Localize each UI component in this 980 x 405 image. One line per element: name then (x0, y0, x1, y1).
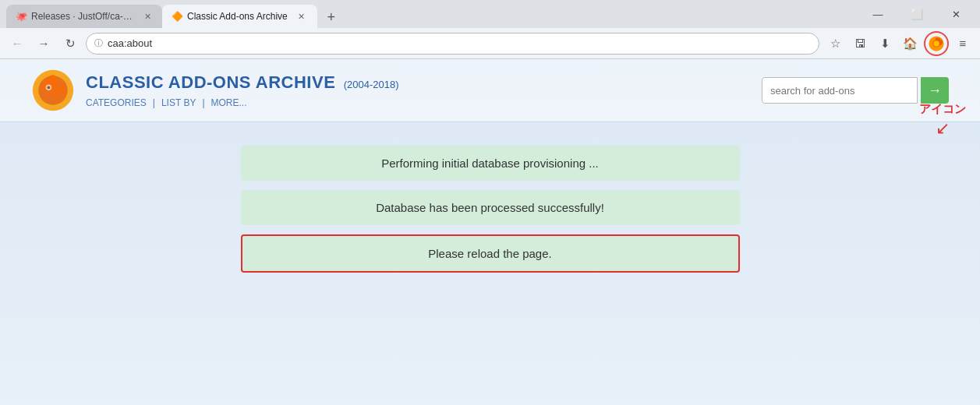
back-button[interactable]: ← (6, 33, 28, 55)
caa-tab-label: Classic Add-ons Archive (187, 11, 288, 22)
site-logo-area: CLASSIC ADD-ONS ARCHIVE (2004-2018) CATE… (31, 69, 399, 112)
save-page-icon[interactable]: 🖫 (849, 33, 871, 55)
status-message-2: Database has been processed successfully… (241, 190, 740, 225)
svg-point-2 (934, 40, 939, 46)
menu-button[interactable]: ≡ (952, 33, 974, 55)
window-controls: — ⬜ ✕ (860, 2, 974, 26)
nav-icons-right: ☆ 🖫 ⬇ 🏠 ≡ (824, 31, 974, 56)
nav-listby[interactable]: LIST BY (161, 97, 196, 108)
page-content: CLASSIC ADD-ONS ARCHIVE (2004-2018) CATE… (0, 59, 980, 405)
site-header: CLASSIC ADD-ONS ARCHIVE (2004-2018) CATE… (0, 59, 980, 122)
github-favicon: 🐙 (16, 11, 27, 22)
caa-favicon: 🔶 (172, 11, 182, 22)
site-logo (31, 69, 75, 112)
nav-categories[interactable]: CATEGORIES (86, 97, 147, 108)
title-bar: 🐙 Releases · JustOff/ca-archiv... ✕ 🔶 Cl… (0, 0, 980, 28)
caa-tab-close[interactable]: ✕ (295, 10, 308, 23)
svg-point-6 (48, 86, 51, 89)
download-icon[interactable]: ⬇ (874, 33, 896, 55)
tabs-area: 🐙 Releases · JustOff/ca-archiv... ✕ 🔶 Cl… (6, 0, 342, 28)
address-text: caa:about (108, 37, 811, 49)
address-lock-icon: ⓘ (94, 37, 103, 49)
annotation-area: アイコン ↙ (919, 102, 966, 139)
address-bar[interactable]: ⓘ caa:about (86, 33, 819, 55)
close-button[interactable]: ✕ (938, 2, 974, 26)
github-tab-label: Releases · JustOff/ca-archiv... (31, 11, 135, 22)
search-area: → (762, 77, 949, 104)
site-title-area: CLASSIC ADD-ONS ARCHIVE (2004-2018) CATE… (86, 72, 399, 108)
forward-button[interactable]: → (33, 33, 55, 55)
new-tab-button[interactable]: + (320, 6, 342, 28)
maximize-button[interactable]: ⬜ (899, 2, 935, 26)
status-message-1: Performing initial database provisioning… (241, 146, 740, 181)
home-icon[interactable]: 🏠 (899, 33, 921, 55)
main-area: Performing initial database provisioning… (0, 122, 980, 296)
reload-button[interactable]: ↻ (59, 33, 81, 55)
github-tab-close[interactable]: ✕ (143, 10, 153, 23)
browser-chrome: 🐙 Releases · JustOff/ca-archiv... ✕ 🔶 Cl… (0, 0, 980, 59)
annotation-arrow-icon: ↙ (919, 118, 966, 139)
nav-more[interactable]: MORE... (211, 97, 247, 108)
site-title: CLASSIC ADD-ONS ARCHIVE (2004-2018) (86, 72, 399, 93)
search-button[interactable]: → (921, 77, 949, 104)
minimize-button[interactable]: — (860, 2, 896, 26)
caa-tab[interactable]: 🔶 Classic Add-ons Archive ✕ (162, 5, 317, 28)
annotation-text: アイコン (919, 102, 966, 117)
github-tab[interactable]: 🐙 Releases · JustOff/ca-archiv... ✕ (6, 5, 162, 28)
bookmark-icon[interactable]: ☆ (824, 33, 846, 55)
search-input[interactable] (762, 77, 918, 104)
site-nav-links: CATEGORIES | LIST BY | MORE... (86, 97, 399, 108)
navbar: ← → ↻ ⓘ caa:about ☆ 🖫 ⬇ 🏠 ≡ (0, 28, 980, 59)
search-arrow-icon: → (928, 83, 942, 99)
firefox-icon (928, 35, 945, 52)
status-message-3: Please reload the page. (241, 234, 740, 273)
firefox-button[interactable] (924, 31, 949, 56)
